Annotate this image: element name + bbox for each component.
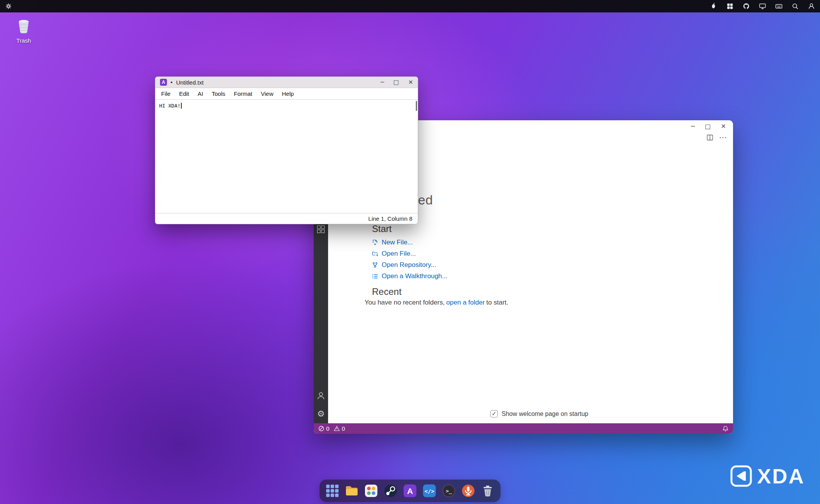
split-editor-icon[interactable] — [707, 134, 713, 141]
close-button[interactable]: ✕ — [721, 123, 726, 130]
xda-watermark: XDA — [730, 464, 805, 488]
menu-help[interactable]: Help — [278, 90, 298, 97]
text-editor-window: A ● Untitled.txt ─ □ ✕ File Edit AI Tool… — [155, 76, 418, 224]
new-file-icon — [372, 239, 378, 246]
editor-text: HI XDA! — [159, 103, 181, 109]
welcome-startup-checkbox[interactable]: ✓ — [490, 410, 498, 417]
start-item-label[interactable]: Open File... — [382, 250, 416, 258]
start-item-open-walkthrough[interactable]: Open a Walkthrough... — [372, 270, 447, 282]
recent-text-after: to start. — [486, 299, 509, 306]
menu-ai[interactable]: AI — [193, 90, 207, 97]
text-cursor — [181, 103, 182, 109]
trash-dock-icon[interactable] — [479, 483, 496, 499]
notifications-bell-icon[interactable] — [723, 426, 728, 431]
line-column-indicator: Line 1, Column 8 — [368, 215, 412, 222]
app-grid-icon[interactable] — [324, 483, 341, 499]
system-menu-icon[interactable] — [4, 2, 13, 11]
unsaved-indicator: ● — [170, 80, 172, 84]
maximize-button[interactable]: □ — [705, 123, 711, 130]
user-icon[interactable] — [807, 2, 816, 11]
welcome-startup-row: ✓ Show welcome page on startup — [490, 410, 588, 417]
open-a-folder-link[interactable]: open a folder — [446, 299, 485, 306]
status-bar: 0 0 — [314, 423, 733, 434]
recent-section-title: Recent — [372, 286, 401, 297]
menu-edit[interactable]: Edit — [175, 90, 193, 97]
files-icon[interactable] — [344, 483, 360, 499]
warnings-icon — [334, 426, 340, 431]
repository-icon — [372, 262, 378, 268]
start-item-label[interactable]: Open a Walkthrough... — [382, 272, 447, 280]
account-icon[interactable] — [314, 391, 328, 400]
maximize-button[interactable]: □ — [393, 79, 399, 86]
start-links: New File... Open File... Open Repository… — [372, 237, 447, 282]
desktop-trash-icon[interactable]: Trash — [10, 17, 37, 44]
close-button[interactable]: ✕ — [408, 79, 413, 86]
errors-count: 0 — [326, 425, 329, 432]
terminal-icon[interactable]: >_ — [441, 483, 457, 499]
settings-gear-icon[interactable]: ⚙ — [314, 409, 328, 419]
start-item-label[interactable]: New File... — [382, 239, 413, 246]
pepper-icon[interactable] — [709, 2, 718, 11]
editor-app-icon: A — [160, 79, 167, 86]
xda-watermark-text: XDA — [757, 464, 805, 488]
menu-tools[interactable]: Tools — [207, 90, 229, 97]
editor-toolbar: ⋯ — [707, 133, 727, 141]
start-section-title: Start — [372, 223, 392, 234]
checkbox-check-icon: ✓ — [492, 411, 497, 417]
editor-letter: A — [407, 487, 413, 495]
warnings-count: 0 — [342, 425, 345, 432]
more-actions-icon[interactable]: ⋯ — [719, 133, 727, 141]
code-editor-icon[interactable]: </> — [421, 483, 438, 499]
text-editor-icon[interactable]: A — [402, 483, 418, 499]
editor-menubar: File Edit AI Tools Format View Help — [155, 88, 418, 100]
menu-view[interactable]: View — [257, 90, 278, 97]
extensions-icon[interactable] — [314, 225, 328, 234]
trash-bin-icon — [15, 17, 33, 35]
scrollbar-thumb[interactable] — [416, 101, 417, 111]
search-icon[interactable] — [790, 2, 800, 11]
xda-logo-icon — [730, 465, 752, 487]
problems-status[interactable]: 0 0 — [318, 425, 348, 432]
walkthrough-icon — [372, 273, 378, 279]
code-glyph: </> — [424, 488, 434, 494]
errors-icon — [318, 426, 324, 431]
grid-icon[interactable] — [725, 2, 735, 11]
menu-file[interactable]: File — [157, 90, 175, 97]
recent-text-before: You have no recent folders, — [365, 299, 445, 306]
editor-text-area[interactable]: HI XDA! — [155, 100, 418, 213]
start-item-new-file[interactable]: New File... — [372, 237, 447, 248]
app-store-icon[interactable] — [363, 483, 379, 499]
keyboard-icon[interactable] — [774, 2, 784, 11]
editor-statusbar: Line 1, Column 8 — [155, 213, 418, 224]
menu-format[interactable]: Format — [229, 90, 257, 97]
editor-titlebar[interactable]: A ● Untitled.txt ─ □ ✕ — [155, 77, 418, 88]
dock: A </> >_ — [320, 480, 500, 502]
minimize-button[interactable]: ─ — [691, 123, 695, 130]
steam-icon[interactable] — [382, 483, 399, 499]
recorder-icon[interactable] — [460, 483, 476, 499]
start-item-label[interactable]: Open Repository... — [382, 261, 436, 269]
recent-empty-text: You have no recent folders,open a folder… — [365, 299, 508, 307]
welcome-startup-label: Show welcome page on startup — [502, 410, 588, 417]
top-bar — [0, 0, 820, 12]
open-file-icon — [372, 251, 378, 257]
trash-label: Trash — [10, 37, 37, 44]
window-title: Untitled.txt — [176, 79, 203, 86]
minimize-button[interactable]: ─ — [380, 79, 384, 86]
display-icon[interactable] — [758, 2, 767, 11]
start-item-open-file[interactable]: Open File... — [372, 248, 447, 259]
start-item-open-repository[interactable]: Open Repository... — [372, 259, 447, 270]
github-icon[interactable] — [742, 2, 751, 11]
terminal-glyph: >_ — [446, 488, 452, 494]
